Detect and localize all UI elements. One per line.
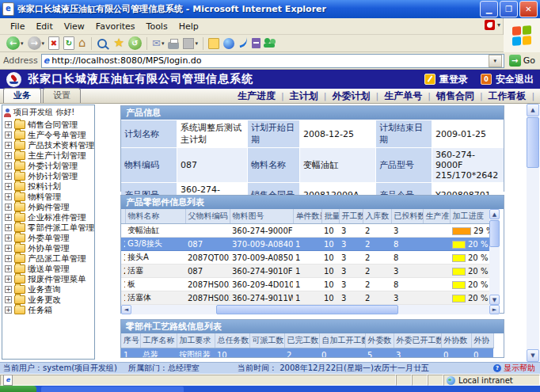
expand-plus-icon[interactable]: + [5, 204, 12, 211]
expand-plus-icon[interactable]: + [5, 265, 12, 272]
mail-button[interactable]: ✉▾ [150, 37, 165, 49]
favorites-button[interactable]: ★ [112, 36, 126, 50]
content-vscrollbar[interactable]: ▲ ▼ [527, 104, 539, 362]
expand-plus-icon[interactable]: + [5, 162, 12, 169]
refresh-button[interactable]: ↻ [62, 36, 76, 51]
logout-button[interactable]: 0 安全退出 [481, 73, 534, 86]
dropdown-arrow-icon[interactable]: ▾ [162, 40, 165, 47]
expand-plus-icon[interactable]: + [5, 224, 12, 231]
parts-row[interactable]: 变幅油缸360-274-9000F1032329 % [121, 224, 489, 238]
scroll-right-icon[interactable]: ► [489, 305, 500, 314]
dropdown-arrow-icon[interactable]: ▾ [21, 40, 24, 47]
scroll-down-icon[interactable]: ▼ [527, 349, 539, 362]
parts-row[interactable]: 3接头A2087QT002370-009-A085011032820 % [121, 251, 489, 265]
column-header[interactable]: 总任务数 [215, 333, 249, 348]
nav-item-4[interactable]: 生产单号 [384, 89, 422, 103]
column-header[interactable]: 自加工开工数 [319, 333, 365, 348]
parts-vscrollbar[interactable]: ▲ ▼ [489, 209, 500, 305]
taskbar-button[interactable] [41, 386, 184, 392]
scroll-down-icon[interactable]: ▼ [489, 295, 500, 305]
start-button[interactable] [0, 386, 36, 392]
column-header[interactable]: 序号 [121, 333, 140, 348]
column-header[interactable]: 加工要求 [177, 333, 215, 348]
nav-item-5[interactable]: 销售合同 [436, 89, 474, 103]
sidebar-item-19[interactable]: +任务箱 [2, 305, 94, 315]
column-header[interactable]: 批量 [321, 209, 339, 224]
go-button[interactable]: → Go [508, 55, 537, 67]
scroll-up-icon[interactable]: ▲ [527, 104, 539, 116]
menu-item-view[interactable]: View [59, 20, 90, 33]
expand-plus-icon[interactable]: + [5, 183, 12, 190]
expand-plus-icon[interactable]: + [5, 142, 12, 149]
browser-button[interactable] [222, 37, 236, 50]
back-button[interactable]: ←▾ [5, 36, 25, 51]
menu-item-tools[interactable]: Tools [141, 20, 173, 33]
nav-item-6[interactable]: 工作看板 [489, 89, 527, 103]
forward-button[interactable]: →▾ [26, 36, 47, 51]
close-button[interactable]: ✕ [519, 1, 538, 17]
expand-plus-icon[interactable]: + [5, 173, 12, 180]
stop-button[interactable]: ✖ [47, 36, 61, 51]
scroll-left-icon[interactable]: ◄ [121, 305, 131, 314]
column-header[interactable]: 可派工数 [249, 333, 284, 348]
msn-button[interactable] [237, 39, 249, 48]
column-header[interactable]: 单件数量 [293, 209, 321, 224]
column-header[interactable]: 外委已开工数 [394, 333, 441, 348]
nav-item-1[interactable]: 生产进度 [238, 89, 276, 103]
adobe-pdf-icon[interactable] [485, 20, 495, 30]
expand-plus-icon[interactable]: + [5, 214, 12, 221]
expand-plus-icon[interactable]: + [5, 306, 12, 314]
column-header[interactable]: 父物料编码 [185, 209, 230, 224]
address-dropdown-icon[interactable]: ▾ [489, 55, 502, 67]
expand-plus-icon[interactable]: + [5, 234, 12, 242]
scroll-up-icon[interactable]: ▲ [489, 209, 500, 219]
expand-plus-icon[interactable]: + [5, 131, 12, 139]
content-vscroll-thumb[interactable] [527, 117, 539, 168]
menu-item-help[interactable]: Help [173, 20, 204, 33]
column-header[interactable]: 外协 [471, 333, 493, 348]
history-button[interactable]: ↺ [127, 36, 143, 51]
column-header[interactable]: 外委数 [365, 333, 394, 348]
relogin-button[interactable]: 重登录 [424, 73, 468, 86]
show-help-link[interactable]: ? 显示帮助 [493, 363, 535, 374]
menu-item-favorites[interactable]: Favorites [90, 20, 141, 33]
parts-hscrollbar[interactable]: ◄ ► [121, 305, 500, 314]
adobe-dropdown-icon[interactable]: ▾ [497, 21, 500, 29]
column-header[interactable]: 外协数 [441, 333, 471, 348]
tab-2[interactable]: 设置 [43, 88, 81, 103]
expand-plus-icon[interactable]: + [5, 276, 12, 283]
expand-plus-icon[interactable]: + [5, 193, 12, 200]
expand-plus-icon[interactable]: + [5, 286, 12, 293]
parts-row[interactable]: 1板2087HS002360-209-4D01011032820 % [121, 278, 489, 291]
edit-button[interactable]: ▾ [181, 37, 200, 50]
home-button[interactable]: ⌂ [77, 36, 88, 50]
maximize-button[interactable]: ❐ [500, 1, 518, 17]
expand-plus-icon[interactable]: + [5, 152, 12, 159]
parts-row[interactable]: 2G3/8接头087370-009-A084011032820 % [121, 238, 489, 251]
tab-1[interactable]: 业务 [3, 88, 41, 103]
column-header[interactable]: 已投料数 [391, 209, 423, 224]
column-header[interactable]: 开工数 [339, 209, 363, 224]
parts-row[interactable]: 1活塞体2087HS002360-274-9011W11032320 % [121, 291, 489, 305]
nav-item-3[interactable]: 外委计划 [332, 89, 370, 103]
minimize-button[interactable]: ▁ [480, 1, 498, 17]
parts-row[interactable]: 2活塞087360-274-9010F11032320 % [121, 265, 489, 278]
parts-hscroll-thumb[interactable] [216, 305, 398, 314]
print-button[interactable] [166, 37, 181, 50]
column-header[interactable]: 已完工数 [284, 333, 319, 348]
search-button[interactable] [95, 36, 112, 51]
expand-plus-icon[interactable]: + [5, 296, 12, 303]
expand-plus-icon[interactable]: + [5, 255, 12, 262]
route-row[interactable]: 1总装按图组装10205300 [121, 348, 493, 358]
nav-item-2[interactable]: 主计划 [290, 89, 318, 103]
column-header[interactable]: 入库数 [363, 209, 391, 224]
expand-plus-icon[interactable]: + [5, 245, 12, 252]
column-header[interactable]: 物料图号 [230, 209, 293, 224]
dropdown-arrow-icon[interactable]: ▾ [195, 40, 198, 47]
column-header[interactable]: 加工进度 [450, 209, 489, 224]
address-input[interactable]: e http://localhost:8080/MPS/login.do ▾ [41, 54, 504, 68]
discuss-button[interactable] [207, 37, 221, 50]
expand-plus-icon[interactable]: + [5, 121, 12, 128]
research-button[interactable] [250, 37, 262, 49]
menu-item-file[interactable]: File [5, 20, 30, 33]
